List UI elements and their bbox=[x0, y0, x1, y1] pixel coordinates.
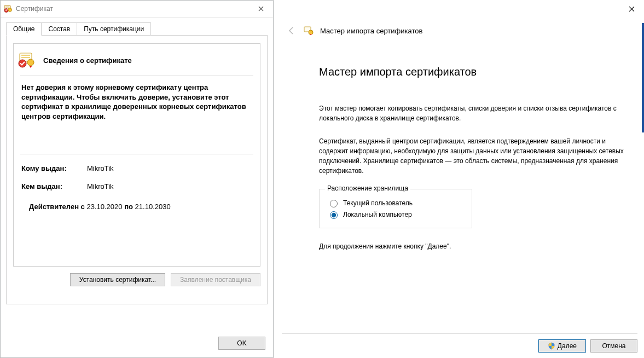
wizard-title-icon bbox=[304, 26, 314, 36]
ok-button[interactable]: OK bbox=[218, 337, 265, 350]
install-certificate-button[interactable]: Установить сертификат... bbox=[70, 273, 165, 286]
svg-rect-2 bbox=[5, 8, 10, 8]
svg-rect-1 bbox=[5, 7, 10, 7]
issued-by-row: Кем выдан: MikroTik bbox=[14, 172, 260, 190]
wizard-paragraph-2: Сертификат, выданный центром сертификаци… bbox=[319, 136, 625, 176]
valid-from-value: 23.10.2020 bbox=[86, 203, 122, 211]
wizard-footer: Далее Отмена bbox=[282, 333, 637, 353]
radio-current-user[interactable]: Текущий пользователь bbox=[327, 198, 464, 207]
svg-point-11 bbox=[309, 30, 313, 34]
wizard-body: Мастер импорта сертификатов Этот мастер … bbox=[319, 66, 628, 250]
svg-rect-6 bbox=[21, 55, 30, 56]
radio-current-user-label: Текущий пользователь bbox=[343, 199, 413, 207]
decorative-strip bbox=[642, 23, 644, 132]
wizard-back-button[interactable] bbox=[286, 25, 297, 36]
certificate-trust-warning: Нет доверия к этому корневому сертификат… bbox=[14, 76, 260, 121]
tab-body: Сведения о сертификате Нет доверия к это… bbox=[6, 35, 268, 304]
issued-by-value: MikroTik bbox=[87, 182, 252, 190]
certificate-info-title: Сведения о сертификате bbox=[43, 56, 132, 65]
store-location-legend: Расположение хранилища bbox=[325, 184, 410, 192]
issued-by-label: Кем выдан: bbox=[21, 182, 87, 190]
valid-from-label: Действителен с bbox=[29, 203, 85, 211]
wizard-next-button[interactable]: Далее bbox=[538, 339, 586, 353]
wizard-next-label: Далее bbox=[558, 342, 577, 350]
ok-row: OK bbox=[218, 337, 265, 350]
wizard-cancel-button[interactable]: Отмена bbox=[590, 339, 637, 353]
wizard-header-title: Мастер импорта сертификатов bbox=[320, 27, 422, 35]
radio-local-machine[interactable]: Локальный компьютер bbox=[327, 210, 464, 219]
wizard-continue-hint: Для продолжения нажмите кнопку "Далее". bbox=[319, 242, 628, 250]
certificate-title-text: Сертификат bbox=[16, 5, 53, 13]
store-location-group: Расположение хранилища Текущий пользоват… bbox=[319, 189, 472, 228]
svg-point-3 bbox=[8, 8, 12, 12]
certificate-close-button[interactable] bbox=[248, 1, 273, 17]
certificate-dialog: Сертификат Общие Состав Путь сертификаци… bbox=[0, 0, 274, 358]
wizard-header: Мастер импорта сертификатов bbox=[286, 25, 422, 36]
wizard-paragraph-1: Этот мастер помогает копировать сертифик… bbox=[319, 103, 625, 123]
radio-local-machine-label: Локальный компьютер bbox=[343, 211, 412, 218]
wizard-close-button[interactable] bbox=[619, 0, 644, 18]
issued-to-value: MikroTik bbox=[87, 164, 252, 172]
svg-point-8 bbox=[27, 59, 34, 66]
issued-to-row: Кому выдан: MikroTik bbox=[14, 154, 260, 172]
wizard-main-title: Мастер импорта сертификатов bbox=[319, 66, 628, 78]
certificate-info-header: Сведения о сертификате bbox=[14, 44, 260, 73]
issuer-statement-button: Заявление поставщика bbox=[171, 273, 260, 286]
certificate-action-row: Установить сертификат... Заявление поста… bbox=[13, 273, 260, 286]
tab-strip: Общие Состав Путь сертификации bbox=[1, 18, 273, 35]
tab-details[interactable]: Состав bbox=[41, 22, 77, 36]
issued-to-label: Кому выдан: bbox=[21, 164, 87, 172]
certificate-big-icon bbox=[18, 51, 36, 69]
radio-local-machine-input[interactable] bbox=[330, 211, 338, 219]
certificate-titlebar[interactable]: Сертификат bbox=[1, 1, 273, 18]
radio-current-user-input[interactable] bbox=[330, 200, 338, 207]
validity-row: Действителен с 23.10.2020 по 21.10.2030 bbox=[14, 190, 260, 211]
svg-rect-7 bbox=[21, 57, 30, 58]
certificate-title-icon bbox=[4, 4, 13, 13]
tab-general[interactable]: Общие bbox=[6, 22, 42, 36]
shield-icon bbox=[548, 342, 555, 350]
tab-certpath[interactable]: Путь сертификации bbox=[77, 22, 151, 36]
import-wizard-dialog: Мастер импорта сертификатов Мастер импор… bbox=[274, 0, 644, 358]
valid-to-label: по bbox=[124, 203, 133, 211]
certificate-info-frame: Сведения о сертификате Нет доверия к это… bbox=[13, 43, 260, 267]
valid-to-value: 21.10.2030 bbox=[135, 203, 171, 211]
